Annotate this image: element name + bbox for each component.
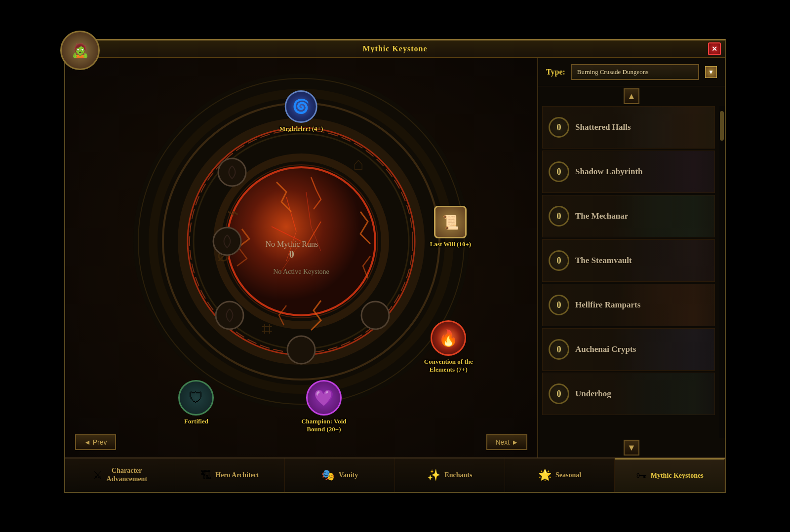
tab-vanity-label: Vanity <box>339 471 358 480</box>
dungeon-name-shattered-halls: Shattered Halls <box>575 122 631 132</box>
tab-enchants[interactable]: ✨ Enchants <box>395 458 505 492</box>
mythic-keystones-icon: 🗝 <box>636 469 647 482</box>
svg-point-26 <box>216 302 243 329</box>
tab-seasonal-label: Seasonal <box>555 471 581 480</box>
close-button[interactable]: ✕ <box>708 42 721 55</box>
tab-mythic-keystones-label: Mythic Keystones <box>651 472 704 480</box>
mythic-keystone-window: 🧟 Mythic Keystone ✕ <box>64 39 726 493</box>
ability-mrglrlrlrr[interactable]: 🌀 Mrglrlrlrr! (4+) <box>279 90 323 133</box>
ability-convention-label: Convention of theElements (7+) <box>416 358 480 374</box>
vanity-icon: 🎭 <box>321 469 335 482</box>
dungeon-item-hellfire-ramparts[interactable]: 0 Hellfire Ramparts <box>542 284 715 326</box>
ability-fortified-label: Fortified <box>184 418 208 425</box>
svg-point-24 <box>218 158 246 186</box>
hero-architect-icon: 🏗 <box>200 469 211 482</box>
tab-character-advancement-label: CharacterAdvancement <box>107 467 147 484</box>
svg-text:⌁: ⌁ <box>227 201 239 224</box>
tab-seasonal[interactable]: 🌟 Seasonal <box>505 458 615 492</box>
keystone-wheel-panel: ⌁ ⌀ ⌗ ⌒ ⌂ <box>65 58 537 457</box>
dungeon-item-the-mechanar[interactable]: 0 The Mechanar <box>542 195 715 237</box>
run-count: 0 <box>266 249 318 260</box>
tab-character-advancement[interactable]: ⚔ CharacterAdvancement <box>65 458 175 492</box>
dungeon-count-1: 0 <box>549 161 569 182</box>
scrollbar[interactable] <box>719 106 725 438</box>
dropdown-arrow[interactable]: ▼ <box>705 66 717 78</box>
prev-button[interactable]: ◄ Prev <box>75 434 116 450</box>
type-dropdown[interactable]: Burning Crusade Dungeons <box>571 64 699 80</box>
center-text: No Mythic Runs 0 <box>266 240 318 260</box>
tab-hero-architect-label: Hero Architect <box>215 471 259 480</box>
dungeon-count-4: 0 <box>549 295 569 315</box>
next-button[interactable]: Next ► <box>486 434 527 450</box>
ability-champion[interactable]: 💜 Champion: VoidBound (20+) <box>292 380 356 433</box>
scroll-thumb[interactable] <box>720 111 724 141</box>
ability-lastwill-label: Last Will (10+) <box>430 240 472 248</box>
dungeon-count-3: 0 <box>549 250 569 271</box>
ability-mrglrlrlrr-label: Mrglrlrlrr! (4+) <box>279 125 323 133</box>
scroll-up-button[interactable]: ▲ <box>624 88 639 104</box>
character-avatar[interactable]: 🧟 <box>60 31 100 70</box>
no-active-keystone: No Active Keystone <box>273 268 329 276</box>
scroll-down-button[interactable]: ▼ <box>624 440 639 456</box>
tab-hero-architect[interactable]: 🏗 Hero Architect <box>175 458 285 492</box>
svg-text:⌂: ⌂ <box>353 154 364 174</box>
seasonal-icon: 🌟 <box>538 469 552 482</box>
character-advancement-icon: ⚔ <box>93 469 103 482</box>
dungeon-list: 0 Shattered Halls 0 Shadow Labyrinth 0 T… <box>538 106 719 438</box>
window-title: Mythic Keystone <box>363 44 428 53</box>
ability-lastwill[interactable]: 📜 Last Will (10+) <box>430 206 472 248</box>
svg-point-27 <box>287 336 315 364</box>
dungeon-name-auchenai-crypts: Auchenai Crypts <box>575 344 636 354</box>
enchants-icon: ✨ <box>427 469 440 482</box>
dungeon-item-auchenai-crypts[interactable]: 0 Auchenai Crypts <box>542 328 715 371</box>
dungeon-item-shadow-labyrinth[interactable]: 0 Shadow Labyrinth <box>542 151 715 193</box>
dungeon-name-underbog: Underbog <box>575 389 611 399</box>
type-label: Type: <box>546 68 565 76</box>
title-bar: Mythic Keystone ✕ <box>65 40 725 58</box>
dungeon-name-shadow-labyrinth: Shadow Labyrinth <box>575 167 643 177</box>
tab-vanity[interactable]: 🎭 Vanity <box>285 458 395 492</box>
type-selector: Type: Burning Crusade Dungeons ▼ <box>538 58 725 86</box>
dungeon-name-the-mechanar: The Mechanar <box>575 211 628 221</box>
tab-mythic-keystones[interactable]: 🗝 Mythic Keystones <box>615 458 725 492</box>
type-dropdown-value: Burning Crusade Dungeons <box>577 68 648 76</box>
ability-champion-label: Champion: VoidBound (20+) <box>292 418 356 433</box>
ability-fortified[interactable]: 🛡 Fortified <box>178 380 214 425</box>
dungeon-item-shattered-halls[interactable]: 0 Shattered Halls <box>542 106 715 149</box>
dungeon-count-5: 0 <box>549 339 569 360</box>
dungeon-count-2: 0 <box>549 206 569 227</box>
dungeon-name-hellfire-ramparts: Hellfire Ramparts <box>575 300 640 310</box>
dungeon-bg-underbog <box>611 373 714 415</box>
ability-convention[interactable]: 🔥 Convention of theElements (7+) <box>416 320 480 374</box>
dungeon-count-0: 0 <box>549 117 569 138</box>
right-content: 0 Shattered Halls 0 Shadow Labyrinth 0 T… <box>538 106 725 438</box>
tab-enchants-label: Enchants <box>444 471 472 480</box>
no-runs-label: No Mythic Runs <box>266 240 318 249</box>
right-panel: Type: Burning Crusade Dungeons ▼ ▲ 0 Sha… <box>537 58 725 457</box>
bottom-tabs: ⚔ CharacterAdvancement 🏗 Hero Architect … <box>65 457 725 492</box>
main-content: ⌁ ⌀ ⌗ ⌒ ⌂ <box>65 58 725 457</box>
dungeon-count-6: 0 <box>549 383 569 404</box>
svg-point-25 <box>213 228 241 255</box>
svg-text:⌗: ⌗ <box>262 318 272 339</box>
dungeon-item-the-steamvault[interactable]: 0 The Steamvault <box>542 239 715 282</box>
dungeon-name-the-steamvault: The Steamvault <box>575 256 632 266</box>
dungeon-item-underbog[interactable]: 0 Underbog <box>542 373 715 415</box>
svg-point-28 <box>361 302 389 329</box>
